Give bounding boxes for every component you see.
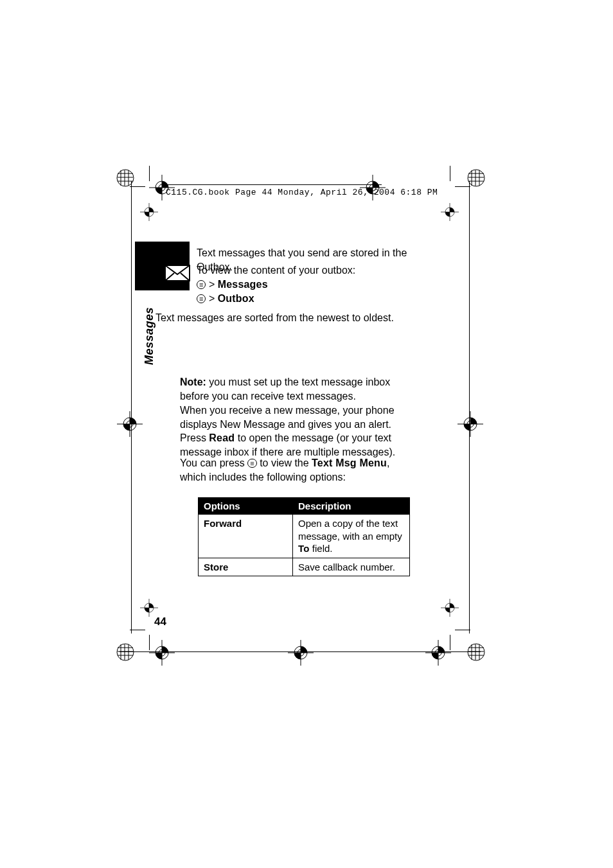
registration-target-icon xyxy=(140,203,158,221)
opt-store: Store xyxy=(199,558,293,576)
nav-item-outbox: Outbox xyxy=(218,293,254,304)
svg-rect-71 xyxy=(165,281,190,283)
menu-key-icon: ≡ xyxy=(197,294,206,303)
note-label: Note: xyxy=(180,376,206,387)
registration-corner-icon xyxy=(466,642,486,662)
registration-target-icon xyxy=(458,411,483,437)
sorted-line: Text messages are sorted from the newest… xyxy=(155,312,394,323)
menu-key-icon: ≡ xyxy=(197,280,206,289)
nav-sep: > xyxy=(209,279,215,290)
desc-text: Open a copy of the text message, with an… xyxy=(298,518,402,542)
header-path-line: C115.CG.book Page 44 Monday, April 26, 2… xyxy=(166,188,438,197)
registration-corner-icon xyxy=(116,168,135,188)
opt-forward-desc: Open a copy of the text message, with an… xyxy=(293,515,410,558)
registration-target-icon xyxy=(117,411,143,437)
registration-target-icon xyxy=(140,599,158,617)
registration-corner-icon xyxy=(116,642,135,662)
intro-p2: To view the content of your outbox: xyxy=(197,263,418,278)
read-key: Read xyxy=(209,432,235,443)
opt-forward: Forward xyxy=(199,515,293,558)
header-rule xyxy=(166,184,382,185)
page-number: 44 xyxy=(154,616,166,628)
crop-tick xyxy=(450,166,450,181)
opt-store-desc: Save callback number. xyxy=(293,558,410,576)
registration-target-icon xyxy=(441,599,459,617)
svg-point-0 xyxy=(117,170,134,186)
svg-point-7 xyxy=(468,170,484,186)
press-pre: You can press xyxy=(180,457,247,468)
nav-item-messages: Messages xyxy=(218,279,268,290)
nav-row-messages: ≡ > Messages xyxy=(197,278,418,292)
crop-guide xyxy=(131,181,132,633)
table-row: Store Save callback number. xyxy=(199,558,410,576)
crop-guide xyxy=(469,181,470,633)
text-msg-menu: Text Msg Menu xyxy=(312,457,387,468)
registration-target-icon xyxy=(425,640,451,666)
registration-target-icon xyxy=(149,640,175,666)
registration-target-icon xyxy=(441,203,459,221)
desc-text: Save callback number. xyxy=(298,562,395,572)
svg-point-14 xyxy=(117,644,134,660)
table-row: Forward Open a copy of the text message,… xyxy=(199,515,410,558)
crop-tick xyxy=(130,630,145,630)
nav-sep: > xyxy=(209,293,215,304)
registration-corner-icon xyxy=(466,168,486,188)
menu-key-icon: ≡ xyxy=(247,459,256,468)
desc-bold: To xyxy=(298,543,310,554)
th-description: Description xyxy=(293,498,410,515)
registration-target-icon xyxy=(288,640,314,666)
side-label-messages: Messages xyxy=(143,307,156,365)
nav-row-outbox: ≡ > Outbox xyxy=(197,292,418,306)
press-mid: to view the xyxy=(257,457,312,468)
svg-point-21 xyxy=(468,644,484,660)
envelope-icon xyxy=(164,260,191,287)
desc-text: field. xyxy=(310,543,333,554)
note-text: you must set up the text message inbox b… xyxy=(180,376,390,402)
th-options: Options xyxy=(199,498,293,515)
options-table: Options Description Forward Open a copy … xyxy=(198,497,410,576)
crop-tick xyxy=(455,630,470,630)
